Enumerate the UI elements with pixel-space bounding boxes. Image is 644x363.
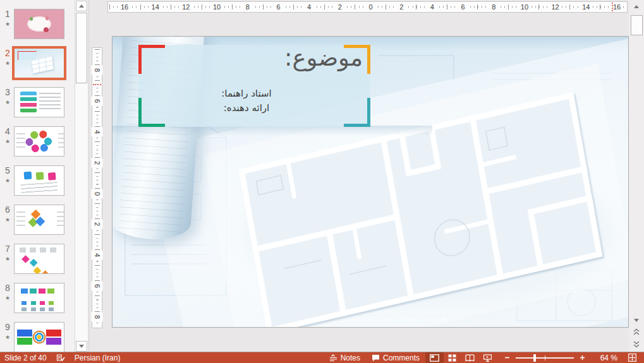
slide-canvas[interactable]: موضوع: استاد راهنما: ارائه دهنده: xyxy=(112,36,629,328)
status-bar-left: Slide 2 of 40 Persian (Iran) xyxy=(0,352,120,363)
slide-body-text[interactable]: استاد راهنما: ارائه دهنده: xyxy=(187,86,306,116)
scrollbar-thumb[interactable] xyxy=(76,13,87,83)
comment-icon xyxy=(372,354,380,362)
slide-thumbnail[interactable] xyxy=(14,283,64,313)
triangle-down-icon xyxy=(634,319,639,322)
floor-plan-graphic xyxy=(233,109,619,325)
ruler-tick-label: 2 xyxy=(92,158,103,167)
ruler-tick-label: 8 xyxy=(487,3,500,11)
ruler-tick-label: 4 xyxy=(92,127,103,136)
slide-thumbnail-row: 8 ★ xyxy=(0,283,75,312)
zoom-in-button[interactable] xyxy=(578,352,587,363)
slide-thumbnail-preview xyxy=(15,166,64,195)
status-bar-right: Notes Comments xyxy=(324,352,644,363)
language-status[interactable]: Persian (Iran) xyxy=(75,352,121,363)
previous-slide-button[interactable] xyxy=(630,327,643,337)
ruler-tick-label: 8 xyxy=(92,312,103,322)
slide-thumbnail[interactable] xyxy=(14,322,64,352)
slide-number: 7 xyxy=(3,244,13,254)
comments-button[interactable]: Comments xyxy=(366,352,425,363)
ruler-tick-label: 6 xyxy=(457,3,470,11)
triangle-up-icon xyxy=(634,5,639,8)
slide-thumbnail-row: 2 ★ xyxy=(0,48,75,77)
ruler-tick-label: 6 xyxy=(272,3,284,11)
animation-star-icon: ★ xyxy=(3,99,13,105)
slide-number: 3 xyxy=(3,87,13,97)
supervisor-line: استاد راهنما: xyxy=(187,86,306,101)
slide-thumbnail[interactable] xyxy=(14,165,64,196)
zoom-out-icon xyxy=(504,355,510,360)
slide-indicator[interactable]: Slide 2 of 40 xyxy=(4,352,47,363)
ruler-tick-label: 4 xyxy=(92,251,103,260)
notes-button[interactable]: Notes xyxy=(324,352,366,363)
animation-star-icon: ★ xyxy=(3,295,13,301)
ruler-tick-label: 16 xyxy=(118,3,131,11)
ruler-tick-label: 14 xyxy=(149,3,162,11)
presenter-line: ارائه دهنده: xyxy=(187,101,306,116)
sheet-fold-shadow xyxy=(112,126,432,136)
ruler-tick-label: 12 xyxy=(179,3,192,11)
slide-thumbnail[interactable] xyxy=(14,87,64,117)
next-slide-button[interactable] xyxy=(630,339,643,349)
vertical-ruler-numbers: 864202468 xyxy=(92,48,102,328)
slide-thumbnail[interactable] xyxy=(14,126,64,157)
corner-bracket-bottom-left xyxy=(138,98,165,127)
slide-thumbnail-preview xyxy=(15,283,64,312)
scroll-down-button[interactable] xyxy=(630,315,643,325)
slide-number: 6 xyxy=(3,205,13,215)
ruler-tick-label: 0 xyxy=(365,3,377,11)
normal-view-button[interactable] xyxy=(425,352,444,363)
ruler-tick-label: 4 xyxy=(426,3,439,11)
slide-number: 8 xyxy=(3,283,13,293)
ruler-tick-label: 10 xyxy=(210,3,223,11)
slide-number: 5 xyxy=(3,165,13,176)
slide-number: 4 xyxy=(3,126,13,136)
animation-star-icon: ★ xyxy=(3,217,13,223)
vertical-scrollbar[interactable] xyxy=(629,0,644,352)
double-chevron-down-icon xyxy=(633,340,640,348)
slide-thumbnail-row: 9 ★ xyxy=(0,322,75,351)
slide-thumbnail-preview xyxy=(15,49,64,78)
thumbnail-panel-scrollbar[interactable] xyxy=(75,0,87,352)
slideshow-icon xyxy=(483,354,492,362)
scroll-up-button[interactable] xyxy=(76,1,87,11)
thumbnail-list: 1 ★ 2 ★ xyxy=(0,0,75,352)
ruler-cursor-mark xyxy=(93,84,101,85)
zoom-controls xyxy=(502,352,587,363)
fit-to-window-button[interactable] xyxy=(623,352,642,363)
slide-thumbnail[interactable] xyxy=(14,48,64,78)
triangle-down-icon xyxy=(79,345,84,348)
fit-to-window-icon xyxy=(628,354,636,362)
slide-thumbnail[interactable] xyxy=(14,9,64,39)
slide-thumbnail-preview xyxy=(15,205,64,234)
slide-thumbnail-row: 4 ★ xyxy=(0,126,75,155)
slideshow-view-button[interactable] xyxy=(479,352,496,363)
spellcheck-icon xyxy=(56,354,65,362)
zoom-slider[interactable] xyxy=(516,357,574,359)
slide-thumbnail-row: 6 ★ xyxy=(0,205,75,234)
slide-sorter-view-button[interactable] xyxy=(444,352,461,363)
powerpoint-window: 1 ★ 2 ★ xyxy=(0,0,644,363)
slide-thumbnail-row: 1 ★ xyxy=(0,9,75,38)
scroll-down-button[interactable] xyxy=(76,341,87,352)
scrollbar-thumb[interactable] xyxy=(631,15,643,35)
reading-view-button[interactable] xyxy=(461,352,479,363)
slide-thumbnail[interactable] xyxy=(14,244,64,274)
animation-star-icon: ★ xyxy=(3,21,13,27)
ruler-tick-label: 6 xyxy=(92,282,103,291)
zoom-out-button[interactable] xyxy=(502,352,512,363)
thumbnail-meta: 7 ★ xyxy=(3,244,13,262)
slide-thumbnail[interactable] xyxy=(14,205,64,235)
slide-title[interactable]: موضوع: xyxy=(138,44,363,71)
ruler-tick-label: 6 xyxy=(92,96,103,105)
horizontal-ruler[interactable]: 1614121086420246810121416 xyxy=(107,1,628,13)
zoom-level[interactable]: 64 % xyxy=(593,354,617,362)
double-chevron-up-icon xyxy=(633,328,640,336)
ruler-tick-label: 0 xyxy=(92,189,103,198)
slide-thumbnail-preview xyxy=(15,244,64,273)
spellcheck-button[interactable] xyxy=(56,352,65,363)
scroll-up-button[interactable] xyxy=(630,1,643,11)
vertical-ruler[interactable]: 864202468 xyxy=(92,47,102,328)
zoom-slider-handle[interactable] xyxy=(533,354,536,362)
thumbnail-panel: 1 ★ 2 ★ xyxy=(0,0,89,352)
